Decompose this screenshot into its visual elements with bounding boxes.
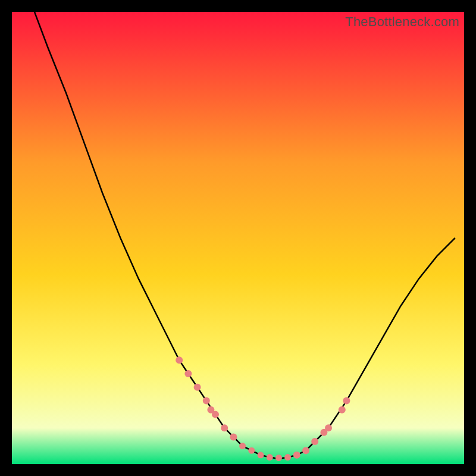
data-dot [258,452,264,458]
chart-frame: TheBottleneck.com [12,12,464,464]
data-dot [293,452,300,459]
data-dot [311,438,318,445]
data-dot [275,455,282,461]
data-dot [284,454,291,461]
watermark-text: TheBottleneck.com [345,14,459,30]
bottleneck-chart [12,12,464,464]
data-dot [176,356,183,364]
data-dot [230,433,237,440]
gradient-background [12,12,464,464]
data-dot [325,424,332,431]
data-dot [267,454,273,461]
data-dot [248,447,255,454]
data-dot [212,411,219,418]
data-dot [203,397,210,405]
data-dot [184,370,192,377]
data-dot [343,397,350,405]
data-dot [239,443,246,449]
data-dot [339,406,346,414]
data-dot [221,424,228,431]
data-dot [194,384,201,391]
data-dot [302,447,309,454]
